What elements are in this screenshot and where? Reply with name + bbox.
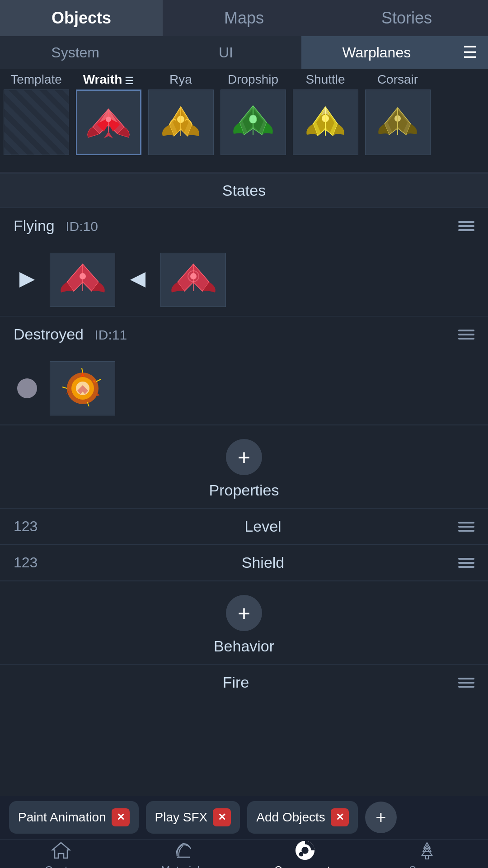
nav-item-center[interactable]: Center — [0, 840, 122, 868]
add-properties-button[interactable]: + — [226, 439, 262, 475]
state-destroyed-row: Destroyed ID:11 — [0, 316, 488, 352]
svg-line-42 — [82, 368, 83, 373]
properties-add-section: + Properties — [0, 425, 488, 508]
object-thumb-dropship — [221, 90, 286, 155]
rewind-button[interactable] — [124, 266, 151, 293]
chip-paint-animation[interactable]: Paint Animation ✕ — [9, 801, 139, 834]
svg-point-33 — [17, 378, 37, 398]
sub-tab-bar: System UI Warplanes ☰ — [0, 36, 488, 69]
destroyed-pause-button[interactable] — [14, 375, 41, 402]
tool-chips-row: Paint Animation ✕ Play SFX ✕ Add Objects… — [0, 796, 488, 839]
property-level-row: 123 Level — [0, 508, 488, 544]
nav-item-scenes[interactable]: Scenes — [366, 840, 488, 868]
play-button[interactable] — [14, 266, 41, 293]
svg-rect-14 — [250, 115, 256, 123]
nav-components-label: Components — [274, 864, 336, 868]
chip-sfx-label: Play SFX — [155, 810, 208, 825]
state-flying-label: Flying — [14, 217, 55, 234]
object-label-shuttle: Shuttle — [305, 72, 345, 87]
menu-lines-icon: ☰ — [463, 43, 477, 62]
nav-item-components[interactable]: Components — [244, 840, 366, 868]
state-destroyed-menu-icon[interactable] — [458, 330, 474, 340]
svg-line-43 — [96, 379, 101, 382]
top-tab-bar: Objects Maps Stories — [0, 0, 488, 36]
chip-paint-label: Paint Animation — [18, 810, 106, 825]
svg-marker-47 — [52, 843, 70, 858]
nav-materials-label: Materials — [161, 864, 205, 868]
subtab-menu-button[interactable]: ☰ — [452, 36, 488, 69]
bottom-toolbar: Paint Animation ✕ Play SFX ✕ Add Objects… — [0, 796, 488, 868]
property-shield-value: 123 — [14, 554, 68, 571]
wraith-menu-icon: ☰ — [125, 75, 134, 87]
property-level-menu-icon[interactable] — [458, 522, 474, 532]
rya-plane-svg — [156, 102, 206, 143]
object-label-rya: Rya — [169, 72, 192, 87]
object-label-wraith: Wraith — [83, 72, 122, 87]
frame-2-thumb[interactable] — [160, 253, 226, 307]
property-shield-menu-icon[interactable] — [458, 558, 474, 568]
materials-icon — [172, 840, 194, 861]
behavior-fire-name: Fire — [14, 674, 458, 691]
svg-point-4 — [106, 117, 111, 122]
explosion-svg — [56, 363, 110, 413]
svg-point-31 — [190, 273, 197, 279]
scenes-icon — [416, 840, 438, 861]
behavior-fire-menu-icon[interactable] — [458, 678, 474, 688]
svg-line-44 — [62, 387, 67, 388]
svg-marker-5 — [104, 132, 113, 138]
components-icon — [294, 840, 316, 861]
object-item-wraith[interactable]: Wraith ☰ — [72, 69, 145, 172]
svg-point-51 — [299, 852, 304, 857]
object-item-dropship[interactable]: Dropship — [217, 69, 289, 172]
object-item-rya[interactable]: Rya — [145, 69, 217, 172]
wraith-plane-svg — [84, 102, 133, 143]
property-shield-name: Shield — [68, 554, 458, 571]
object-label-dropship: Dropship — [228, 72, 278, 87]
nav-item-materials[interactable]: Materials — [122, 840, 244, 868]
states-section-header: States — [0, 173, 488, 208]
object-thumb-corsair — [365, 90, 431, 155]
object-thumb-shuttle — [293, 90, 358, 155]
pause-circle-icon — [16, 377, 38, 400]
tab-stories[interactable]: Stories — [325, 0, 488, 36]
dropship-plane-svg — [228, 102, 278, 143]
chip-paint-close[interactable]: ✕ — [112, 808, 130, 826]
svg-marker-24 — [19, 272, 35, 288]
rewind-triangle-icon — [127, 269, 149, 291]
chip-addobjects-close[interactable]: ✕ — [331, 808, 349, 826]
chip-add-more-button[interactable]: + — [365, 802, 397, 833]
svg-rect-55 — [426, 855, 428, 859]
state-flying-menu-icon[interactable] — [458, 221, 474, 231]
subtab-ui[interactable]: UI — [150, 36, 301, 69]
add-behavior-button[interactable]: + — [226, 595, 262, 631]
subtab-warplanes[interactable]: Warplanes — [301, 36, 452, 69]
shuttle-plane-svg — [300, 102, 350, 143]
tab-maps[interactable]: Maps — [163, 0, 325, 36]
destroyed-frame-thumb[interactable] — [50, 361, 115, 415]
chip-add-objects[interactable]: Add Objects ✕ — [247, 801, 358, 834]
state-destroyed-label: Destroyed — [14, 326, 84, 343]
bottom-nav-bar: Center Materials — [0, 839, 488, 868]
destroyed-frames-row — [0, 352, 488, 425]
object-thumb-wraith — [76, 90, 141, 155]
object-item-shuttle[interactable]: Shuttle — [289, 69, 361, 172]
play-triangle-icon — [16, 269, 38, 291]
home-icon — [50, 840, 72, 861]
nav-center-label: Center — [45, 864, 77, 868]
frame-1-thumb[interactable] — [50, 253, 115, 307]
chip-sfx-close[interactable]: ✕ — [213, 808, 231, 826]
corsair-plane-svg — [373, 102, 422, 143]
state-flying-row: Flying ID:10 — [0, 208, 488, 244]
nav-scenes-label: Scenes — [409, 864, 445, 868]
object-thumb-rya — [148, 90, 214, 155]
object-label-corsair: Corsair — [377, 72, 418, 87]
chip-play-sfx[interactable]: Play SFX ✕ — [146, 801, 240, 834]
object-item-corsair[interactable]: Corsair — [361, 69, 434, 172]
tab-objects[interactable]: Objects — [0, 0, 163, 36]
subtab-system[interactable]: System — [0, 36, 150, 69]
object-label-template: Template — [10, 72, 62, 87]
state-flying-id: ID:10 — [66, 219, 98, 234]
object-item-template[interactable]: Template — [0, 69, 72, 172]
svg-marker-28 — [130, 272, 145, 288]
state-destroyed-id: ID:11 — [94, 327, 127, 342]
